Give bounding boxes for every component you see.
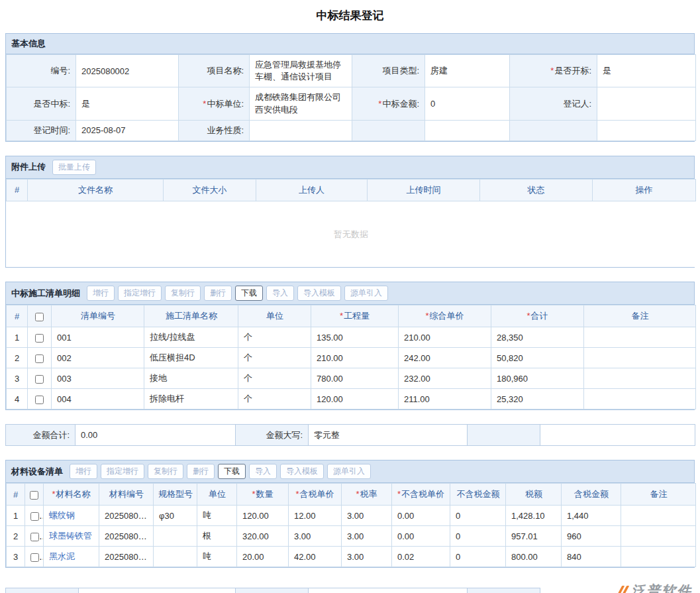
cell-material-name: 球墨铸铁管: [44, 526, 99, 547]
bid-download-button[interactable]: 下载: [235, 286, 263, 301]
cell-note: [621, 526, 696, 547]
bid-import-template-button[interactable]: 导入模板: [297, 286, 341, 301]
row-checkbox[interactable]: [35, 396, 44, 404]
bid-add-row-button[interactable]: 增行: [87, 286, 115, 301]
bid-summary-row: 金额合计: 0.00 金额大写: 零元整: [6, 425, 695, 446]
cell-total-with-tax: 840: [562, 547, 621, 567]
basic-info-row: 是否中标: 是 *中标单位: 成都铁路集团有限公司西安供电段 *中标金额: 0 …: [7, 87, 696, 120]
cell-unit: 个: [238, 327, 311, 348]
bid-import-button[interactable]: 导入: [266, 286, 294, 301]
col-material-code: 材料编号: [99, 484, 154, 506]
table-row: 3 黑水泥 2025080003 吨 20.00 42.00 3.00 0.02…: [7, 547, 696, 567]
cell-spec: [154, 547, 197, 567]
cell-note: [621, 547, 696, 567]
col-uploader: 上传人: [256, 179, 368, 201]
cell-material-name: 黑水泥: [44, 547, 99, 567]
col-unit-price: *综合单价: [399, 305, 491, 327]
cell-tax-amount: 957.01: [506, 526, 562, 547]
material-link[interactable]: 黑水泥: [49, 551, 75, 561]
basic-info-row: 登记时间: 2025-08-07 业务性质:: [7, 120, 696, 140]
field-label-business-nature: 业务性质:: [179, 120, 250, 140]
col-total-with-tax: 含税金额: [562, 484, 621, 506]
materials-summary-bar: 含税金额合计: 0 金额大写: 零元整: [5, 588, 540, 593]
cell-tax-price: 42.00: [289, 547, 342, 567]
materials-header-row: # *材料名称 材料编号 规格型号 单位 *数量 *含税单价 *税率 *不含税单…: [7, 484, 696, 506]
cell-total: 25,320: [491, 389, 584, 409]
row-checkbox[interactable]: [30, 533, 39, 541]
page-title: 中标结果登记: [5, 0, 695, 33]
materials-import-button[interactable]: 导入: [249, 464, 277, 479]
row-checkbox[interactable]: [30, 512, 39, 521]
cell-list-name: 接地: [144, 368, 238, 389]
field-label-project-type: 项目类型:: [352, 55, 425, 87]
row-checkbox[interactable]: [30, 553, 39, 562]
table-row: 4 004 拆除电杆 个 120.00 211.00 25,320: [7, 389, 696, 409]
table-row: 2 002 低压横担4D 个 210.00 242.00 50,820: [7, 348, 696, 368]
materials-select-all-checkbox[interactable]: [30, 491, 38, 500]
cell-tax-rate: 3.00: [342, 526, 392, 547]
materials-add-row-button[interactable]: 增行: [70, 464, 97, 479]
cell-notax-price: 0.00: [392, 526, 450, 547]
cell-material-name: 螺纹钢: [44, 506, 99, 526]
col-note: 备注: [584, 305, 696, 327]
cell-total-with-tax: 960: [562, 526, 621, 547]
materials-source-import-button[interactable]: 源单引入: [327, 464, 371, 479]
cell-quantity: 120.00: [237, 506, 289, 526]
bid-delete-row-button[interactable]: 删行: [204, 286, 232, 301]
col-material-name: *材料名称: [44, 484, 99, 506]
table-row: 3 003 接地 个 780.00 232.00 180,960: [7, 368, 696, 389]
row-checkbox[interactable]: [35, 334, 44, 343]
amount-caps-label: 金额大写:: [236, 425, 309, 446]
brand-mark-icon: [619, 586, 628, 593]
cell-notax-amount: 0: [450, 526, 506, 547]
empty-state: 暂无数据: [7, 201, 696, 267]
bid-summary-bar: 金额合计: 0.00 金额大写: 零元整: [5, 424, 695, 446]
cell-list-name: 拆除电杆: [144, 389, 238, 409]
materials-download-button[interactable]: 下载: [218, 464, 246, 479]
cell-spec: φ30: [154, 506, 197, 526]
bid-select-all-checkbox[interactable]: [35, 313, 44, 321]
field-value-project-type: 房建: [425, 55, 510, 87]
field-label-register-time: 登记时间:: [7, 120, 76, 140]
field-value-is-winner: 是: [76, 87, 179, 120]
cell-unit: 根: [197, 526, 237, 547]
cell-tax-price: 12.00: [289, 506, 342, 526]
material-link[interactable]: 螺纹钢: [49, 510, 75, 520]
col-status: 状态: [480, 179, 593, 201]
materials-section: 材料设备清单 增行 指定增行 复制行 删行 下载 导入 导入模板 源单引入 # …: [5, 460, 695, 568]
field-label-project-name: 项目名称:: [179, 55, 250, 87]
bid-items-table: # 清单编号 施工清单名称 单位 *工程量 *综合单价 *合计 备注 1 001…: [6, 305, 696, 409]
col-total: *合计: [491, 305, 584, 327]
materials-insert-row-button[interactable]: 指定增行: [101, 464, 144, 479]
col-index: #: [7, 179, 28, 201]
attachments-section: 附件上传 批量上传 # 文件名称 文件大小 上传人 上传时间 状态 操作: [5, 156, 695, 268]
row-checkbox[interactable]: [35, 375, 44, 384]
materials-import-template-button[interactable]: 导入模板: [280, 464, 324, 479]
bid-insert-row-button[interactable]: 指定增行: [118, 286, 162, 301]
bottom-bar: 含税金额合计: 0 金额大写: 零元整 泛普软件 www.fanpusoft.c…: [5, 582, 695, 593]
materials-copy-row-button[interactable]: 复制行: [148, 464, 183, 479]
basic-info-header: 基本信息: [6, 34, 694, 54]
table-row: 2 球墨铸铁管 2025080004 根 320.00 3.00 3.00 0.…: [7, 526, 696, 547]
row-checkbox[interactable]: [35, 354, 44, 363]
cell-select: [28, 389, 52, 409]
tax-total-label: 含税金额合计:: [6, 588, 79, 593]
material-link[interactable]: 球墨铸铁管: [49, 531, 92, 541]
cell-select: [25, 526, 44, 547]
bid-copy-row-button[interactable]: 复制行: [165, 286, 201, 301]
batch-upload-button[interactable]: 批量上传: [52, 160, 96, 175]
basic-info-title: 基本信息: [11, 38, 46, 50]
cell-note: [584, 389, 696, 409]
amount-caps-value: 零元整: [309, 588, 468, 593]
cell-list-name: 拉线/拉线盘: [144, 327, 238, 348]
amount-caps-label: 金额大写:: [236, 588, 309, 593]
field-label-registrant: 登记人:: [510, 87, 597, 120]
cell-quantity: 20.00: [237, 547, 289, 567]
cell-notax-amount: 0: [450, 547, 506, 567]
bid-source-import-button[interactable]: 源单引入: [344, 286, 388, 301]
field-label-code: 编号:: [7, 55, 76, 87]
materials-delete-row-button[interactable]: 删行: [187, 464, 215, 479]
empty-value-cell: [597, 120, 696, 140]
empty-label-cell: [468, 425, 540, 446]
cell-unit-price: 242.00: [399, 348, 491, 368]
